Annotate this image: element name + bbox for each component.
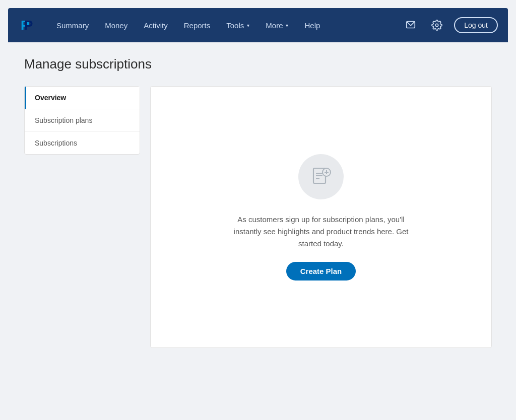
settings-button[interactable] <box>428 16 446 34</box>
nav-activity[interactable]: Activity <box>136 8 176 42</box>
logout-button[interactable]: Log out <box>454 17 498 33</box>
nav-tools[interactable]: Tools ▾ <box>218 8 257 42</box>
svg-text:P: P <box>24 18 33 33</box>
create-plan-button[interactable]: Create Plan <box>286 262 356 281</box>
subscription-empty-icon <box>308 164 334 189</box>
more-chevron-icon: ▾ <box>286 23 288 28</box>
nav-money[interactable]: Money <box>97 8 136 42</box>
nav-more[interactable]: More ▾ <box>257 8 296 42</box>
empty-description: As customers sign up for subscription pl… <box>230 214 412 250</box>
sidebar-item-subscription-plans[interactable]: Subscription plans <box>25 109 140 132</box>
main-content: Manage subscriptions Overview Subscripti… <box>8 42 508 412</box>
nav-links: Summary Money Activity Reports Tools ▾ M… <box>48 8 402 42</box>
nav-help[interactable]: Help <box>296 8 328 42</box>
sidebar: Overview Subscription plans Subscription… <box>24 86 140 155</box>
message-icon <box>405 20 416 31</box>
main-panel: As customers sign up for subscription pl… <box>150 86 492 348</box>
page-title: Manage subscriptions <box>24 56 492 72</box>
tools-chevron-icon: ▾ <box>247 23 249 28</box>
svg-point-3 <box>436 24 439 27</box>
empty-state: As customers sign up for subscription pl… <box>230 154 412 281</box>
message-button[interactable] <box>402 16 420 34</box>
sidebar-item-subscriptions[interactable]: Subscriptions <box>25 132 140 154</box>
paypal-logo: P P <box>18 16 36 34</box>
navbar: P P Summary Money Activity Reports Tools… <box>8 8 508 42</box>
sidebar-item-overview[interactable]: Overview <box>25 87 140 109</box>
empty-icon-container <box>298 154 344 199</box>
nav-right: Log out <box>402 16 498 34</box>
nav-summary[interactable]: Summary <box>48 8 97 42</box>
content-layout: Overview Subscription plans Subscription… <box>24 86 492 348</box>
nav-reports[interactable]: Reports <box>176 8 219 42</box>
gear-icon <box>431 20 442 31</box>
